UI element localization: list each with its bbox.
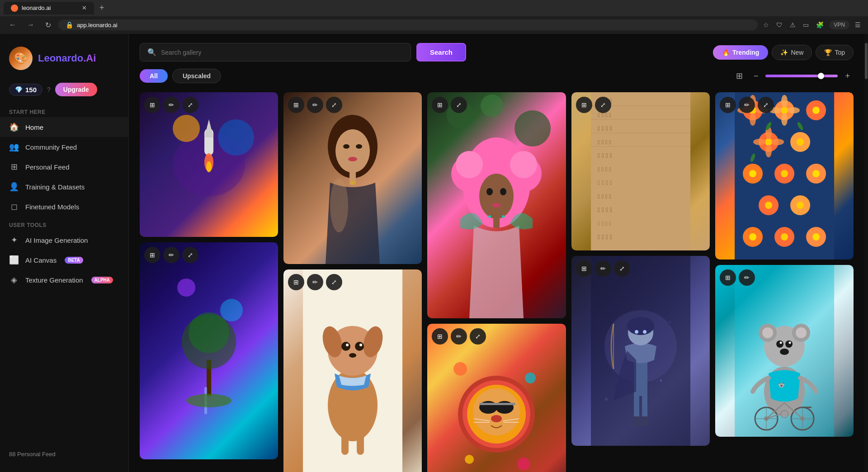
- tab-bar: leonardo.ai ✕ +: [0, 0, 868, 16]
- alert-icon[interactable]: ⚠: [788, 19, 797, 30]
- action-expand-girl-pink[interactable]: ⤢: [451, 97, 467, 113]
- grid-item-girl-pink[interactable]: ⊞ ⤢: [427, 92, 566, 318]
- home-label: Home: [25, 123, 43, 131]
- action-expand-tree[interactable]: ⤢: [182, 247, 198, 263]
- grid-item-lion[interactable]: ⊞ ✏ ⤢: [427, 324, 566, 472]
- filter-all[interactable]: All: [140, 69, 168, 83]
- user-tools-label: User Tools: [0, 217, 128, 230]
- action-edit-rocket[interactable]: ✏: [163, 97, 179, 113]
- home-icon: 🏠: [9, 122, 19, 132]
- search-input[interactable]: [161, 49, 403, 56]
- action-edit-tree[interactable]: ✏: [163, 247, 179, 263]
- active-tab[interactable]: leonardo.ai ✕: [4, 2, 94, 14]
- right-scrollbar[interactable]: [864, 34, 868, 472]
- new-tab-button[interactable]: +: [96, 1, 108, 14]
- logo-section: Leonardo.Ai: [0, 43, 128, 79]
- grid-item-woman[interactable]: ⊞ ✏ ⤢: [283, 92, 422, 264]
- action-expand-dog[interactable]: ⤢: [326, 274, 342, 290]
- action-edit-woman[interactable]: ✏: [307, 97, 323, 113]
- sidebar-item-ai-image[interactable]: ✦ AI Image Generation: [0, 230, 128, 250]
- menu-btn[interactable]: ☰: [853, 19, 863, 30]
- filter-upscaled[interactable]: Upscaled: [172, 69, 221, 83]
- item-actions-hieroglyphs: ⊞ ⤢: [576, 97, 611, 113]
- action-edit-koala[interactable]: ✏: [739, 269, 755, 286]
- finetuned-icon: ◻: [9, 202, 19, 212]
- action-expand-woman[interactable]: ⤢: [326, 97, 342, 113]
- grid-item-flowers[interactable]: ⊞ ✏ ⤢: [715, 92, 854, 260]
- canvas-badge: BETA: [65, 257, 83, 264]
- grid-item-dog[interactable]: ⊞ ✏ ⤢: [283, 269, 422, 472]
- extensions-btn[interactable]: 🧩: [814, 19, 826, 30]
- action-expand-flowers[interactable]: ⤢: [758, 97, 774, 113]
- ai-image-label: AI Image Generation: [25, 236, 88, 244]
- refresh-button[interactable]: ↻: [42, 19, 55, 31]
- back-button[interactable]: ←: [5, 19, 20, 31]
- ai-image-icon: ✦: [9, 235, 19, 245]
- grid-item-rocket[interactable]: ⊞ ✏ ⤢: [140, 92, 278, 237]
- community-icon: 👥: [9, 142, 19, 152]
- action-grid-tree[interactable]: ⊞: [144, 247, 160, 263]
- action-expand-hieroglyphs[interactable]: ⤢: [595, 97, 611, 113]
- top-button[interactable]: 🏆 Top: [816, 45, 854, 60]
- trending-section: 🔥 Trending ✨ New 🏆 Top: [713, 45, 854, 60]
- grid-item-hieroglyphs[interactable]: 𓂀 𓅱 𓇋 𓊹 𓏏 𓈖 𓅓 𓋴 𓆑 𓐍 𓂧 𓅱 𓊪 𓃭 𓀭 𓅓 𓇋 𓊹 𓏏 𓈖 …: [571, 92, 710, 250]
- forward-button[interactable]: →: [24, 19, 38, 31]
- training-label: Training & Datasets: [25, 183, 85, 191]
- new-button[interactable]: ✨ New: [772, 45, 812, 60]
- address-bar[interactable]: 🔒 app.leonardo.ai: [58, 19, 758, 30]
- item-actions-rocket: ⊞ ✏ ⤢: [144, 97, 198, 113]
- action-grid-hieroglyphs[interactable]: ⊞: [576, 97, 592, 113]
- action-grid-girl-pink[interactable]: ⊞: [432, 97, 448, 113]
- browser-nav-bar: ← → ↻ 🔒 app.leonardo.ai ☆ 🛡 ⚠ ▭ 🧩 VPN ☰: [0, 16, 868, 34]
- tab-favicon: [11, 5, 18, 12]
- trending-button[interactable]: 🔥 Trending: [713, 45, 768, 60]
- sidebar-item-personal[interactable]: ⊞ Personal Feed: [0, 157, 128, 177]
- action-grid-woman[interactable]: ⊞: [288, 97, 304, 113]
- upgrade-button[interactable]: Upgrade: [55, 83, 97, 96]
- sidebar-item-canvas[interactable]: ⬜ AI Canvas BETA: [0, 250, 128, 270]
- grid-view-button[interactable]: ⊞: [732, 69, 746, 83]
- zoom-slider-wrapper: [765, 75, 838, 77]
- sidebar-item-finetuned[interactable]: ◻ Finetuned Models: [0, 197, 128, 217]
- action-expand-lion[interactable]: ⤢: [470, 328, 486, 345]
- canvas-icon: ⬜: [9, 255, 19, 265]
- action-edit-warrior[interactable]: ✏: [595, 260, 611, 277]
- action-grid-dog[interactable]: ⊞: [288, 274, 304, 290]
- browser-chrome: leonardo.ai ✕ + ← → ↻ 🔒 app.leonardo.ai …: [0, 0, 868, 34]
- zoom-slider[interactable]: [765, 75, 838, 77]
- tab-close-btn[interactable]: ✕: [82, 5, 87, 11]
- action-grid-lion[interactable]: ⊞: [432, 328, 448, 345]
- texture-label: Texture Generation: [25, 276, 83, 284]
- feed-counter: 88 Personal Feed: [0, 445, 128, 463]
- search-input-wrapper: 🔍: [140, 43, 411, 61]
- item-actions-tree: ⊞ ✏ ⤢: [144, 247, 198, 263]
- action-edit-flowers[interactable]: ✏: [739, 97, 755, 113]
- action-expand-rocket[interactable]: ⤢: [182, 97, 198, 113]
- grid-item-warrior[interactable]: ✦ ⊕ ✧ ⊞ ✏ ⤢: [571, 256, 710, 446]
- sidebar-item-home[interactable]: 🏠 Home: [0, 117, 128, 137]
- training-icon: 👤: [9, 182, 19, 192]
- action-edit-lion[interactable]: ✏: [451, 328, 467, 345]
- zoom-thumb: [818, 73, 824, 79]
- action-grid-koala[interactable]: ⊞: [720, 269, 736, 286]
- action-grid-flowers[interactable]: ⊞: [720, 97, 736, 113]
- action-grid-rocket[interactable]: ⊞: [144, 97, 160, 113]
- layout-btn[interactable]: ▭: [801, 19, 811, 30]
- grid-item-koala[interactable]: 🐨: [715, 265, 854, 437]
- search-button[interactable]: Search: [416, 43, 466, 61]
- zoom-out-button[interactable]: −: [750, 70, 762, 83]
- url-display: app.leonardo.ai: [77, 22, 118, 28]
- sidebar-item-community[interactable]: 👥 Community Feed: [0, 137, 128, 157]
- bookmark-btn[interactable]: ☆: [761, 19, 771, 30]
- shield-icon[interactable]: 🛡: [774, 19, 784, 30]
- sidebar-item-texture[interactable]: ◈ Texture Generation ALPHA: [0, 270, 128, 290]
- action-expand-warrior[interactable]: ⤢: [614, 260, 630, 277]
- grid-item-tree[interactable]: ⊞ ✏ ⤢: [140, 242, 278, 459]
- help-icon[interactable]: ?: [47, 86, 51, 93]
- action-edit-dog[interactable]: ✏: [307, 274, 323, 290]
- action-grid-warrior[interactable]: ⊞: [576, 260, 592, 277]
- sidebar-item-training[interactable]: 👤 Training & Datasets: [0, 177, 128, 197]
- zoom-in-button[interactable]: +: [841, 70, 854, 83]
- community-label: Community Feed: [25, 143, 77, 151]
- app-name: Leonardo.Ai: [38, 52, 96, 64]
